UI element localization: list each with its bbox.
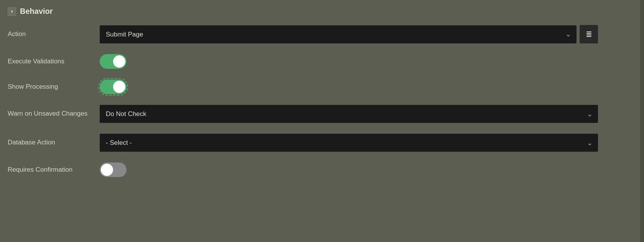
show-processing-track (100, 80, 127, 94)
show-processing-toggle[interactable] (100, 80, 127, 94)
requires-confirmation-track (100, 162, 127, 177)
section-collapse-button[interactable]: ▾ (8, 7, 16, 16)
action-select-wrapper: Submit Page Redirect None ⌄ (100, 25, 577, 43)
action-select[interactable]: Submit Page Redirect None (100, 25, 577, 43)
execute-validations-toggle[interactable] (100, 54, 127, 69)
action-list-icon-button[interactable]: ≣ (580, 25, 598, 43)
action-control: Submit Page Redirect None ⌄ ≣ (100, 25, 598, 43)
action-label: Action (8, 30, 100, 38)
database-action-control: - Select - Insert Update Delete Merge ⌄ (100, 134, 598, 152)
warn-unsaved-select-wrapper: Do Not Check Always Page Change Only ⌄ (100, 105, 598, 123)
warn-unsaved-label: Warn on Unsaved Changes (8, 109, 100, 118)
database-action-select-wrapper: - Select - Insert Update Delete Merge ⌄ (100, 134, 598, 152)
scrollbar-track[interactable] (640, 0, 644, 242)
show-processing-label: Show Processing (8, 83, 92, 91)
execute-validations-control (100, 54, 598, 69)
requires-confirmation-control (100, 162, 598, 177)
requires-confirmation-toggle[interactable] (100, 162, 127, 177)
behavior-panel: ▾ Behavior Action Submit Page Redirect N… (0, 0, 644, 242)
database-action-select[interactable]: - Select - Insert Update Delete Merge (100, 134, 598, 152)
execute-validations-track (100, 54, 127, 69)
list-icon: ≣ (586, 30, 592, 39)
database-action-label: Database Action (8, 138, 100, 147)
warn-unsaved-control: Do Not Check Always Page Change Only ⌄ (100, 105, 598, 123)
requires-confirmation-thumb (101, 164, 113, 176)
show-processing-label-wrapper: Show Processing (8, 83, 100, 91)
form-grid: Action Submit Page Redirect None ⌄ ≣ Exe… (8, 25, 598, 177)
execute-validations-thumb (113, 55, 125, 68)
show-processing-control (100, 80, 598, 94)
show-processing-thumb (113, 81, 125, 93)
section-header: ▾ Behavior (8, 7, 636, 16)
chevron-icon: ▾ (11, 9, 13, 14)
section-title: Behavior (20, 7, 53, 16)
warn-unsaved-select[interactable]: Do Not Check Always Page Change Only (100, 105, 598, 123)
requires-confirmation-label: Requires Confirmation (8, 166, 100, 174)
execute-validations-label: Execute Validations (8, 57, 100, 66)
